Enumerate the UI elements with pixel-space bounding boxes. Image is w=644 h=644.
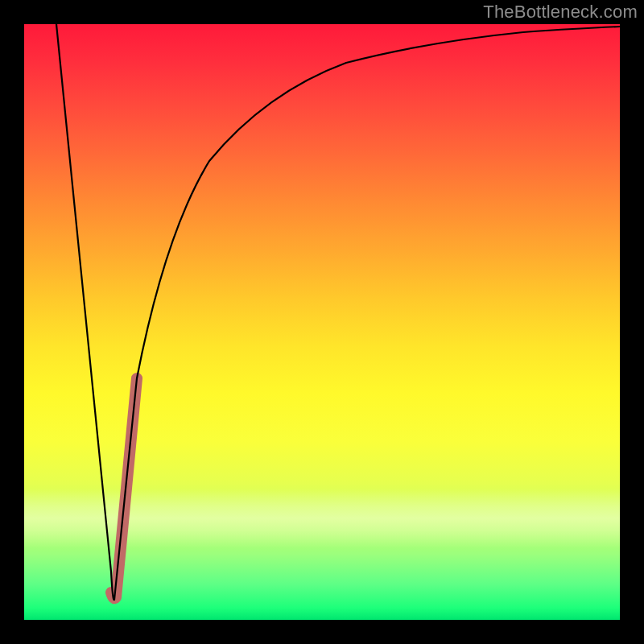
watermark-text: TheBottleneck.com xyxy=(483,2,638,23)
chart-frame: TheBottleneck.com xyxy=(0,0,644,644)
bottleneck-curve xyxy=(56,24,620,600)
plot-area xyxy=(24,24,620,620)
curve-layer xyxy=(24,24,620,620)
